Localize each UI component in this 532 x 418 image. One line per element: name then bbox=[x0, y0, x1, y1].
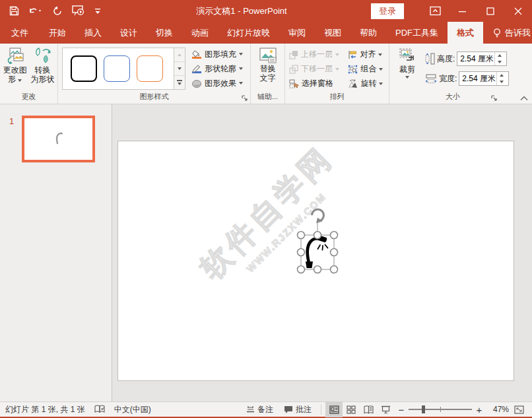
ribbon-display-options-icon[interactable] bbox=[421, 0, 449, 22]
tab-animations[interactable]: 动画 bbox=[182, 22, 218, 44]
tab-view[interactable]: 视图 bbox=[315, 22, 350, 44]
status-bar: 幻灯片 第 1 张, 共 1 张 中文(中国) 备注 批注 bbox=[0, 401, 532, 418]
slide-editing-area[interactable]: 软件自学网 WWW.RJZXW.COM bbox=[112, 104, 532, 401]
style-swatch-blue-outline[interactable] bbox=[104, 55, 130, 82]
group-accessibility: 替换文字 辅助... bbox=[251, 44, 285, 104]
convert-to-shape-button[interactable]: 转换为形状 bbox=[30, 46, 56, 92]
group-label-accessibility: 辅助... bbox=[251, 92, 284, 104]
tell-me-button[interactable]: 告诉我 bbox=[483, 22, 532, 44]
tab-insert[interactable]: 插入 bbox=[75, 22, 111, 44]
tab-pdf-tools[interactable]: PDF工具集 bbox=[386, 22, 448, 44]
size-dialog-launcher-icon[interactable] bbox=[491, 95, 498, 102]
slide-thumbnail[interactable] bbox=[22, 116, 95, 162]
close-button[interactable] bbox=[504, 0, 532, 22]
group-label-size: 大小 bbox=[389, 92, 516, 104]
notes-button[interactable]: 备注 bbox=[241, 401, 279, 418]
style-swatch-orange-outline[interactable] bbox=[137, 55, 163, 82]
shape-style-gallery bbox=[62, 48, 174, 90]
height-icon bbox=[425, 53, 435, 65]
language-indicator[interactable]: 中文(中国) bbox=[114, 404, 151, 415]
tab-review[interactable]: 审阅 bbox=[279, 22, 315, 44]
selection-pane-icon bbox=[289, 79, 299, 88]
zoom-slider[interactable] bbox=[409, 409, 472, 410]
ribbon: 更改图形 转换为形状 更改 bbox=[0, 44, 532, 104]
shape-effects-label: 图形效果 bbox=[205, 78, 236, 89]
slide-counter[interactable]: 幻灯片 第 1 张, 共 1 张 bbox=[5, 404, 85, 415]
slide-number: 1 bbox=[9, 116, 14, 126]
window-title: 演示文稿1 - PowerPoint bbox=[112, 5, 371, 17]
rotate-button[interactable]: 旋转 bbox=[346, 77, 387, 91]
style-swatch-black-outline[interactable] bbox=[71, 55, 97, 82]
zoom-control: − + bbox=[394, 404, 486, 415]
shape-outline-icon bbox=[191, 64, 202, 74]
width-label: 宽度: bbox=[439, 73, 457, 85]
change-graphic-button[interactable]: 更改图形 bbox=[2, 46, 28, 92]
bring-forward-button: 上移一层 bbox=[287, 48, 345, 62]
gallery-more-icon[interactable] bbox=[174, 76, 185, 89]
zoom-in-icon[interactable]: + bbox=[476, 404, 482, 415]
shape-fill-label: 图形填充 bbox=[205, 49, 236, 60]
reading-view-button[interactable] bbox=[360, 402, 377, 417]
rotate-label: 旋转 bbox=[360, 78, 376, 89]
sizing-handles[interactable] bbox=[298, 232, 338, 273]
height-spin-up-icon[interactable] bbox=[495, 52, 504, 59]
slideshow-view-button[interactable] bbox=[377, 402, 394, 417]
tab-file[interactable]: 文件 bbox=[0, 22, 40, 44]
maximize-button[interactable] bbox=[477, 0, 504, 22]
tab-format-active[interactable]: 格式 bbox=[448, 22, 483, 44]
fit-to-window-icon[interactable] bbox=[509, 401, 527, 418]
rotation-handle-icon[interactable] bbox=[312, 209, 324, 223]
comments-button[interactable]: 批注 bbox=[279, 401, 317, 418]
shape-outline-button[interactable]: 形状轮廓 bbox=[189, 61, 245, 76]
sign-in-button[interactable]: 登录 bbox=[371, 3, 404, 19]
width-spin-down-icon[interactable] bbox=[497, 79, 506, 85]
alt-text-button[interactable]: 替换文字 bbox=[253, 46, 283, 92]
gallery-down-icon[interactable] bbox=[174, 62, 185, 76]
gallery-scrollbar bbox=[174, 48, 185, 90]
zoom-slider-thumb[interactable] bbox=[422, 405, 425, 413]
group-label-change: 更改 bbox=[0, 92, 57, 104]
selected-shape-group bbox=[277, 201, 362, 287]
collapse-ribbon-icon[interactable] bbox=[520, 96, 528, 101]
normal-view-button[interactable] bbox=[325, 402, 343, 417]
height-spin-down-icon[interactable] bbox=[495, 59, 504, 65]
tab-transitions[interactable]: 切换 bbox=[147, 22, 182, 44]
align-button[interactable]: 对齐 bbox=[346, 48, 387, 62]
slide-sorter-view-button[interactable] bbox=[343, 402, 360, 417]
dialog-launcher-icon[interactable] bbox=[242, 95, 248, 102]
spell-check-icon[interactable] bbox=[94, 405, 105, 414]
save-icon[interactable] bbox=[9, 6, 19, 16]
crop-icon bbox=[397, 47, 417, 65]
width-input[interactable] bbox=[459, 74, 496, 83]
curve-shape[interactable] bbox=[306, 235, 328, 268]
undo-icon[interactable] bbox=[28, 6, 43, 16]
tab-slideshow[interactable]: 幻灯片放映 bbox=[218, 22, 279, 44]
customize-qat-icon[interactable] bbox=[94, 8, 101, 15]
minimize-button[interactable] bbox=[449, 0, 477, 22]
crop-button[interactable]: 裁剪 bbox=[395, 46, 420, 92]
width-spinbox bbox=[459, 71, 509, 86]
start-slideshow-icon[interactable] bbox=[72, 5, 85, 17]
alt-text-label: 替换 bbox=[260, 64, 276, 73]
zoom-percentage[interactable]: 47% bbox=[486, 405, 509, 414]
zoom-out-icon[interactable]: − bbox=[398, 404, 405, 415]
group-button[interactable]: 组合 bbox=[346, 62, 387, 77]
tab-help[interactable]: 帮助 bbox=[350, 22, 386, 44]
height-input[interactable] bbox=[457, 54, 494, 63]
notes-icon bbox=[246, 405, 255, 413]
slide-thumbnail-panel: 1 bbox=[0, 104, 112, 401]
title-bar: 演示文稿1 - PowerPoint 登录 bbox=[0, 0, 532, 22]
tab-home[interactable]: 开始 bbox=[40, 22, 75, 44]
group-objects-icon bbox=[348, 65, 358, 74]
gallery-up-icon[interactable] bbox=[174, 48, 185, 62]
comments-icon bbox=[284, 405, 293, 414]
tab-design[interactable]: 设计 bbox=[111, 22, 147, 44]
send-backward-icon bbox=[289, 65, 298, 74]
width-spin-up-icon[interactable] bbox=[497, 72, 506, 79]
slide-surface[interactable]: 软件自学网 WWW.RJZXW.COM bbox=[117, 141, 514, 381]
shape-fill-button[interactable]: 图形填充 bbox=[189, 47, 245, 61]
shape-effects-button[interactable]: 图形效果 bbox=[189, 76, 245, 90]
selection-pane-button[interactable]: 选择窗格 bbox=[287, 77, 345, 91]
height-label: 高度: bbox=[437, 53, 455, 65]
redo-icon[interactable] bbox=[52, 6, 63, 17]
